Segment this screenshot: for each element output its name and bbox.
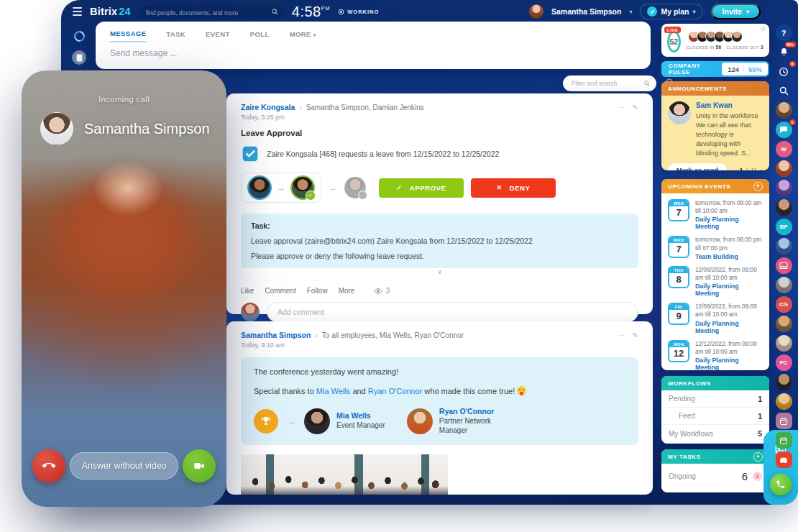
person-card[interactable]: Ryan O'Connor Partner Network Manager — [407, 407, 504, 435]
history-clock-icon[interactable]: 8 — [776, 63, 792, 80]
feed-filter-input[interactable] — [563, 75, 656, 91]
mention-link[interactable]: Ryan O'Connor — [368, 387, 422, 395]
avatar[interactable] — [776, 102, 792, 119]
person-card[interactable]: Mia Wells Event Manager — [304, 408, 385, 434]
search-icon[interactable] — [776, 83, 792, 99]
hamburger-menu-icon[interactable] — [73, 7, 82, 16]
edit-pencil-icon[interactable]: ✎ — [633, 331, 638, 339]
post-author-link[interactable]: Zaire Kongsala — [241, 103, 295, 111]
invite-button[interactable]: Invite▾ — [711, 4, 761, 19]
workflow-row-my-workflows[interactable]: My Workflows 5 — [661, 425, 769, 442]
help-icon[interactable]: ? — [776, 24, 792, 41]
comment-button[interactable]: Comment — [265, 287, 295, 295]
avatar-initials[interactable]: W — [776, 141, 792, 157]
tab-task[interactable]: TASK — [166, 30, 185, 42]
notifications-bell-icon[interactable]: 99+ — [776, 44, 792, 60]
collapse-chevron-icon[interactable]: ∨ — [241, 268, 638, 277]
workflow-row-pending[interactable]: Pending 1 — [661, 390, 769, 408]
pulse-spinner-icon[interactable] — [72, 29, 86, 43]
prev-arrow-icon[interactable]: ‹ — [734, 166, 737, 170]
more-button[interactable]: More — [339, 287, 355, 295]
feed-post-conference: Samantha Simpson › To all employees, Mia… — [226, 321, 653, 495]
avatar[interactable] — [776, 277, 792, 293]
more-menu-icon[interactable]: ··· — [618, 331, 625, 339]
add-comment-input[interactable] — [267, 302, 638, 322]
event-title[interactable]: Daily Planning Meeting — [695, 283, 763, 297]
calendar-icon[interactable] — [776, 413, 792, 429]
chevron-down-icon[interactable]: ▾ — [629, 9, 632, 15]
avatar-initials[interactable]: CG — [776, 296, 792, 313]
answer-without-video-button[interactable]: Answer without video — [70, 452, 178, 480]
approve-button[interactable]: ✓ APPROVE — [379, 178, 464, 198]
tasks-icon[interactable] — [72, 50, 86, 65]
event-item[interactable]: FRI 9 12/09/2022, from 09:00 am till 10:… — [661, 297, 769, 334]
event-title[interactable]: Team Building — [695, 253, 763, 260]
announcement-item[interactable]: Sam Kwan Unity in the workforce We can a… — [661, 96, 769, 158]
media-icon[interactable] — [776, 257, 792, 274]
accept-video-call-button[interactable] — [183, 449, 216, 482]
person-name[interactable]: Ryan O'Connor — [439, 407, 504, 416]
person-name[interactable]: Mia Wells — [336, 411, 385, 420]
tab-message[interactable]: MESSAGE — [110, 29, 146, 42]
user-name[interactable]: Samantha Simpson — [551, 7, 621, 16]
event-title[interactable]: Daily Planning Meeting — [695, 357, 763, 370]
avatar[interactable] — [776, 316, 792, 332]
more-menu-icon[interactable]: ··· — [618, 104, 625, 111]
follow-button[interactable]: Follow — [307, 287, 328, 295]
avatar[interactable] — [776, 180, 792, 196]
messenger-icon[interactable]: 1 — [776, 121, 792, 138]
car-icon[interactable] — [776, 451, 792, 468]
chevron-down-icon: ▾ — [746, 9, 749, 15]
tasks-row-ongoing[interactable]: Ongoing 6 2 — [661, 464, 769, 482]
user-avatar[interactable] — [529, 4, 544, 19]
event-item[interactable]: WED 7 tomorrow, from 09:00 am till 10:00… — [661, 193, 769, 230]
mark-as-read-button[interactable]: Mark as read — [668, 163, 727, 170]
avatar[interactable] — [776, 238, 792, 254]
post-author-link[interactable]: Samantha Simpson — [241, 331, 311, 339]
edit-pencil-icon[interactable]: ✎ — [633, 104, 638, 111]
event-item[interactable]: THU 8 12/08/2022, from 09:00 am till 10:… — [661, 260, 769, 297]
app-logo[interactable]: Bitrix24 — [90, 6, 131, 17]
announcement-author[interactable]: Sam Kwan — [696, 101, 763, 109]
avatar-initials[interactable]: BP — [776, 219, 792, 235]
add-task-button[interactable]: + — [753, 452, 763, 462]
event-item[interactable]: MON 12 12/12/2022, from 09:00 am till 10… — [661, 334, 769, 371]
attached-group-photo[interactable] — [241, 454, 448, 495]
post-recipients[interactable]: To all employees, Mia Wells, Ryan O'Conn… — [322, 331, 464, 339]
avatar — [344, 177, 366, 198]
next-arrow-icon[interactable]: › — [760, 166, 763, 170]
add-event-button[interactable]: + — [753, 182, 763, 191]
tab-poll[interactable]: POLL — [250, 30, 270, 42]
widget-title: WORKFLOWS — [668, 380, 711, 387]
avatar[interactable] — [776, 374, 792, 390]
check-icon: ✓ — [397, 184, 403, 191]
event-item[interactable]: WED 7 tomorrow, from 06:00 pm till 07:00… — [661, 230, 769, 260]
gear-icon[interactable]: ⚙ — [761, 26, 766, 32]
mention-link[interactable]: Mia Wells — [316, 387, 350, 395]
like-button[interactable]: Like — [241, 287, 254, 295]
my-plan-button[interactable]: My plan▾ — [640, 4, 702, 19]
event-title[interactable]: Daily Planning Meeting — [695, 320, 763, 334]
tab-event[interactable]: EVENT — [206, 30, 230, 42]
work-timer[interactable]: 4:58PM — [292, 4, 330, 20]
avatar[interactable] — [776, 199, 792, 216]
send-message-input[interactable] — [110, 48, 636, 58]
avatar[interactable] — [776, 335, 792, 352]
workflow-row-feed[interactable]: Feed 1 — [661, 408, 769, 425]
avatar[interactable] — [776, 393, 792, 410]
company-pulse-widget[interactable]: COMPANY PULSE 124 55% — [661, 61, 769, 77]
avatar[interactable] — [776, 160, 792, 177]
avatar-initials[interactable]: FC — [776, 354, 792, 371]
event-title[interactable]: Daily Planning Meeting — [695, 216, 763, 230]
post-recipients[interactable]: Samantha Simpson, Damian Jenkins — [306, 104, 424, 111]
decline-call-button[interactable] — [32, 449, 65, 482]
global-search-input[interactable] — [139, 6, 284, 19]
phone-call-button[interactable] — [770, 474, 792, 495]
row-label: My Workflows — [669, 430, 713, 438]
clock-in-widget[interactable]: LIVE ⚙ 52 CLOCKED IN 56 CLOCKED OUT 3 — [661, 24, 769, 57]
calendar-date-badge: WED 7 — [668, 199, 689, 221]
deny-button[interactable]: ✕ DENY — [471, 178, 556, 198]
calendar-icon[interactable] — [776, 432, 792, 449]
tab-more[interactable]: MORE ▾ — [290, 30, 316, 42]
working-status[interactable]: WORKING — [338, 9, 379, 15]
